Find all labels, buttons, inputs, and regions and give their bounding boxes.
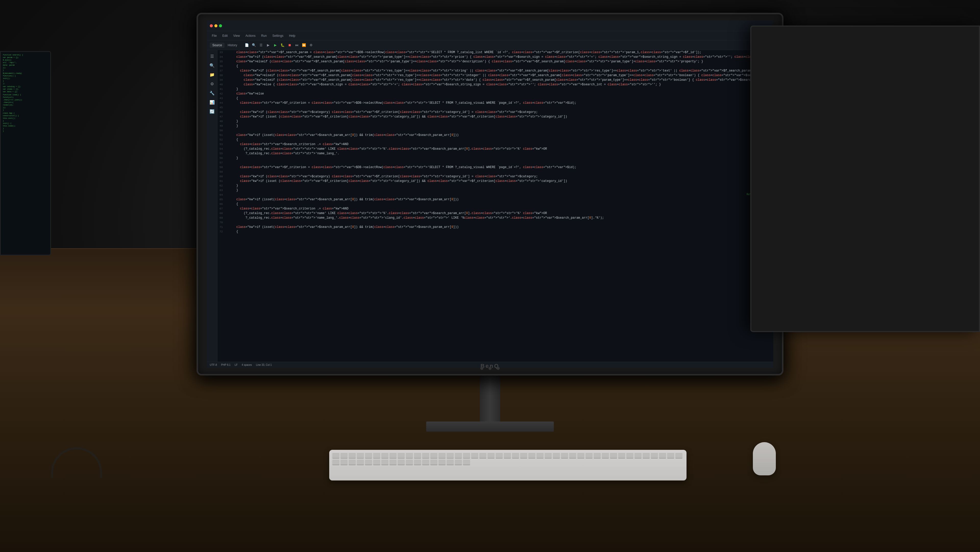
keyboard-key[interactable] [340, 453, 348, 458]
toolbar-btn-files[interactable]: 📄 [244, 42, 250, 48]
search-icon[interactable]: 🔍 [208, 61, 216, 70]
keyboard-key[interactable] [348, 453, 356, 458]
settings-icon[interactable]: ⚙ [208, 80, 216, 88]
git-icon[interactable]: 📁 [208, 70, 216, 79]
code-content[interactable]: class="kw">if (class=class="str">"var">$… [227, 110, 773, 115]
keyboard-key[interactable] [626, 453, 633, 458]
menu-item-run[interactable]: Run [259, 33, 269, 38]
code-content[interactable] [227, 193, 773, 197]
toolbar-btn-play[interactable]: ▶ [272, 42, 278, 48]
keyboard-key[interactable] [357, 459, 364, 465]
keyboard-key[interactable] [398, 459, 405, 465]
code-content[interactable] [227, 170, 773, 174]
toolbar-btn-run[interactable]: ▶ [265, 42, 271, 48]
keyboard-key[interactable] [536, 453, 544, 458]
keyboard-key[interactable] [610, 453, 617, 458]
tab-history[interactable]: History [225, 43, 240, 48]
toolbar-btn-debug[interactable]: 🐛 [280, 42, 286, 48]
keyboard-key[interactable] [414, 459, 421, 465]
code-content[interactable]: class="kw">if (isset(class=class="str">"… [227, 225, 773, 230]
keyboard-key[interactable] [430, 453, 438, 458]
toolbar-btn-stop[interactable]: ⏹ [286, 42, 293, 48]
sync-icon[interactable]: 🔄 [208, 107, 216, 115]
code-content[interactable]: class="kw">if (class=class="str">"var">$… [227, 69, 773, 73]
keyboard-key[interactable] [373, 453, 380, 458]
code-content[interactable]: class=class="str">"var">$f_search_param … [227, 50, 773, 55]
menu-item-settings[interactable]: Settings [270, 33, 286, 38]
code-content[interactable]: class="kw">else { class=class="str">"var… [227, 82, 773, 87]
code-content[interactable]: } [227, 124, 773, 128]
keyboard-key[interactable] [422, 459, 429, 465]
code-editor[interactable]: 33 class=class="str">"var">$f_search_par… [218, 50, 773, 362]
code-content[interactable]: class=class="str">"var">$f_criterion = c… [227, 165, 773, 170]
keyboard-key[interactable] [447, 459, 454, 465]
keyboard-key[interactable] [438, 453, 445, 458]
code-content[interactable]: ?_catalog_rec.class=class="str">"str">'n… [227, 215, 773, 220]
keyboard-key[interactable] [381, 453, 388, 458]
code-content[interactable]: } [227, 188, 773, 193]
menu-item-view[interactable]: View [231, 33, 242, 38]
code-content[interactable]: class="kw">if (isset(class=class="str">"… [227, 133, 773, 137]
toolbar-btn-settings[interactable]: ⚙ [308, 42, 314, 48]
keyboard-key[interactable] [496, 453, 503, 458]
keyboard-key[interactable] [390, 459, 396, 465]
menu-item-actions[interactable]: Actions [243, 33, 258, 38]
code-content[interactable]: ?_catalog_rec.class=class="str">"str">'n… [227, 151, 773, 156]
toolbar-btn-structure[interactable]: ☰ [258, 42, 264, 48]
keyboard-key[interactable] [504, 453, 511, 458]
keyboard-key[interactable] [561, 453, 568, 458]
tab-source[interactable]: Source [210, 43, 224, 48]
code-content[interactable]: } [227, 183, 773, 188]
keyboard-key[interactable] [447, 453, 454, 458]
keyboard-key[interactable] [512, 453, 519, 458]
menu-item-edit[interactable]: Edit [220, 33, 230, 38]
keyboard-key[interactable] [398, 453, 405, 458]
keyboard-key[interactable] [635, 453, 641, 458]
keyboard-key[interactable] [422, 453, 429, 458]
keyboard-key[interactable] [406, 453, 413, 458]
keyboard-key[interactable] [365, 453, 372, 458]
code-content[interactable]: { [227, 202, 773, 206]
menu-item-help[interactable]: Help [286, 33, 298, 38]
keyboard-key[interactable] [463, 459, 470, 465]
code-content[interactable]: class=class="str">"var">$search_criterio… [227, 142, 773, 147]
code-content[interactable]: class="kw">elseif (class=class="str">"va… [227, 73, 773, 78]
code-content[interactable]: } [227, 87, 773, 91]
keyboard-key[interactable] [332, 453, 339, 458]
database-icon[interactable]: 📊 [208, 98, 216, 106]
keyboard-key[interactable] [381, 459, 388, 465]
code-content[interactable]: } [227, 119, 773, 124]
code-content[interactable]: } [227, 156, 773, 160]
monitor-btn-1[interactable] [480, 367, 484, 370]
minimize-button[interactable] [215, 24, 218, 27]
keyboard-key[interactable] [651, 453, 658, 458]
code-content[interactable]: class=class="str">"var">$f_criterion = c… [227, 101, 773, 105]
debug-icon[interactable]: 🔧 [208, 89, 216, 97]
code-content[interactable]: (?_catalog_rec.class=class="str">"str">'… [227, 211, 773, 215]
code-content[interactable]: class="kw">elseif (class=class="str">"va… [227, 78, 773, 82]
keyboard-key[interactable] [585, 453, 593, 458]
keyboard-key[interactable] [553, 453, 560, 458]
monitor-btn-3[interactable] [496, 367, 500, 370]
keyboard-key[interactable] [528, 453, 535, 458]
keyboard-key[interactable] [414, 453, 421, 458]
toolbar-btn-forward[interactable]: ⏩ [301, 42, 307, 48]
keyboard-key[interactable] [487, 453, 495, 458]
keyboard-key[interactable] [602, 453, 609, 458]
keyboard-key[interactable] [430, 459, 438, 465]
maximize-button[interactable] [219, 24, 222, 27]
keyboard-key[interactable] [455, 453, 462, 458]
code-content[interactable] [227, 105, 773, 110]
keyboard-key[interactable] [479, 453, 487, 458]
code-content[interactable]: (?_catalog_rec.class=class="str">"str">'… [227, 147, 773, 151]
close-button[interactable] [210, 24, 213, 27]
toolbar-btn-step[interactable]: ⏭ [294, 42, 300, 48]
code-content[interactable] [227, 160, 773, 165]
files-icon[interactable]: ☰ [208, 52, 216, 60]
keyboard-key[interactable] [406, 459, 413, 465]
code-content[interactable]: { [227, 64, 773, 69]
code-content[interactable] [227, 220, 773, 225]
code-content[interactable]: class="kw">if (class=class="str">"var">$… [227, 55, 773, 59]
code-content[interactable]: { [227, 96, 773, 101]
keyboard-key[interactable] [373, 459, 380, 465]
